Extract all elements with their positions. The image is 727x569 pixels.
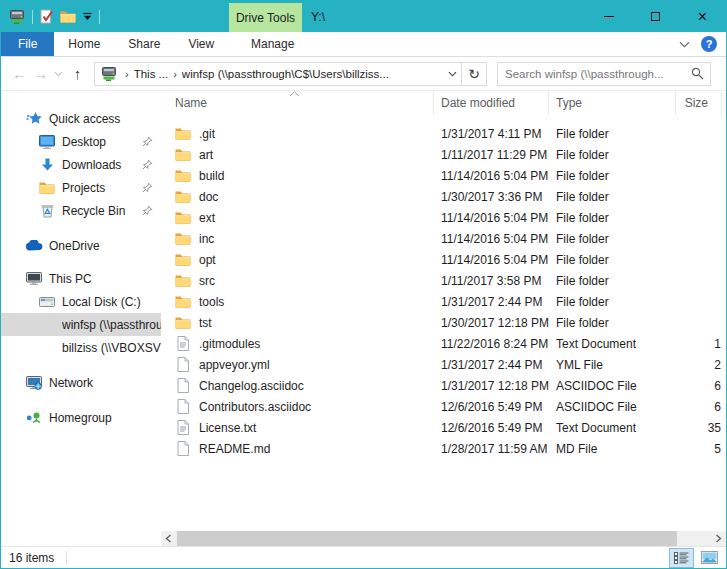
- file-row-gitmodules[interactable]: .gitmodules11/22/2016 8:24 PMText Docume…: [161, 333, 726, 354]
- file-list-area: NameDate modifiedTypeSize .git1/31/2017 …: [161, 91, 726, 546]
- sidebar-item-label: Recycle Bin: [62, 204, 142, 218]
- file-date-cell: 1/28/2017 11:59 AM: [434, 442, 549, 456]
- file-date-cell: 1/31/2017 2:44 PM: [434, 295, 549, 309]
- file-name-label: art: [199, 148, 213, 162]
- breadcrumb-segment[interactable]: This ...: [134, 68, 169, 80]
- sidebar-item-downloads[interactable]: Downloads: [1, 153, 161, 176]
- file-row-build[interactable]: build11/14/2016 5:04 PMFile folder: [161, 165, 726, 186]
- sidebar-item-network[interactable]: Network: [1, 371, 161, 394]
- sidebar-item-winfsp-passthrou[interactable]: winfsp (\\passthrou: [1, 313, 161, 336]
- titlebar: Drive Tools Y:\ ×: [1, 1, 726, 32]
- file-size-cell: 1: [676, 337, 724, 351]
- pin-icon: [142, 159, 161, 170]
- column-header-date-modified[interactable]: Date modified: [434, 91, 549, 115]
- qat-customize-menu-icon[interactable]: [83, 12, 92, 21]
- file-size-cell: 35: [676, 421, 724, 435]
- breadcrumb-chevron-icon[interactable]: ›: [120, 68, 134, 80]
- file-row-git[interactable]: .git1/31/2017 4:11 PMFile folder: [161, 123, 726, 144]
- sidebar-item-label: billziss (\\VBOXSVR): [62, 341, 161, 355]
- file-row-changelog-asciidoc[interactable]: Changelog.asciidoc1/31/2017 12:18 PMASCI…: [161, 375, 726, 396]
- file-row-src[interactable]: src1/11/2017 3:58 PMFile folder: [161, 270, 726, 291]
- help-icon[interactable]: ?: [701, 36, 717, 52]
- up-button[interactable]: ↑: [66, 65, 89, 82]
- file-row-inc[interactable]: inc11/14/2016 5:04 PMFile folder: [161, 228, 726, 249]
- drive-tools-context-tab[interactable]: Drive Tools: [229, 3, 302, 32]
- maximize-button[interactable]: [632, 1, 679, 32]
- sidebar-item-billziss-vboxsvr[interactable]: billziss (\\VBOXSVR): [1, 336, 161, 359]
- file-name-label: appveyor.yml: [199, 358, 270, 372]
- file-type-cell: File folder: [549, 274, 676, 288]
- close-icon: ×: [698, 9, 707, 25]
- back-button[interactable]: ←: [9, 65, 30, 82]
- file-blank-icon: [175, 399, 191, 414]
- column-header-name[interactable]: Name: [161, 91, 434, 115]
- sidebar-item-quick-access[interactable]: Quick access: [1, 107, 161, 130]
- search-box: [497, 62, 711, 86]
- sidebar-item-projects[interactable]: Projects: [1, 176, 161, 199]
- file-row-readme-md[interactable]: README.md1/28/2017 11:59 AMMD File5: [161, 438, 726, 459]
- tab-home[interactable]: Home: [54, 32, 114, 56]
- refresh-icon[interactable]: ↻: [461, 63, 486, 85]
- scroll-left-arrow[interactable]: [161, 531, 176, 546]
- file-type-cell: File folder: [549, 190, 676, 204]
- column-header-type[interactable]: Type: [549, 91, 676, 115]
- tab-view[interactable]: View: [174, 32, 228, 56]
- file-name-label: tools: [199, 295, 224, 309]
- file-name-label: README.md: [199, 442, 270, 456]
- pin-icon: [142, 205, 161, 216]
- forward-button[interactable]: →: [30, 65, 51, 82]
- sidebar-item-desktop[interactable]: Desktop: [1, 130, 161, 153]
- file-row-opt[interactable]: opt11/14/2016 5:04 PMFile folder: [161, 249, 726, 270]
- titlebar-separator: [99, 10, 100, 24]
- file-name-label: build: [199, 169, 224, 183]
- breadcrumb-chevron-icon[interactable]: ›: [168, 68, 182, 80]
- file-row-doc[interactable]: doc1/30/2017 3:36 PMFile folder: [161, 186, 726, 207]
- recent-locations-chevron[interactable]: [51, 71, 66, 77]
- file-row-license-txt[interactable]: License.txt12/6/2016 5:49 PMText Documen…: [161, 417, 726, 438]
- file-row-art[interactable]: art1/11/2017 11:29 PMFile folder: [161, 144, 726, 165]
- search-input[interactable]: [498, 68, 684, 80]
- file-row-contributors-asciidoc[interactable]: Contributors.asciidoc12/6/2016 5:49 PMAS…: [161, 396, 726, 417]
- file-type-cell: File folder: [549, 211, 676, 225]
- scrollbar-thumb[interactable]: [177, 531, 677, 546]
- tab-file[interactable]: File: [1, 32, 54, 56]
- file-row-ext[interactable]: ext11/14/2016 5:04 PMFile folder: [161, 207, 726, 228]
- file-row-tools[interactable]: tools1/31/2017 2:44 PMFile folder: [161, 291, 726, 312]
- tab-manage[interactable]: Manage: [236, 32, 309, 56]
- file-row-appveyor-yml[interactable]: appveyor.yml1/31/2017 2:44 PMYML File2: [161, 354, 726, 375]
- file-name-cell: tools: [161, 295, 434, 309]
- sidebar-item-homegroup[interactable]: Homegroup: [1, 406, 161, 429]
- new-folder-icon[interactable]: [60, 10, 76, 23]
- sidebar-item-this-pc[interactable]: This PC: [1, 267, 161, 290]
- file-blank-icon: [175, 357, 191, 372]
- minimize-button[interactable]: [585, 1, 632, 32]
- file-text-icon: [175, 336, 191, 351]
- thumbnail-view-button[interactable]: [697, 548, 722, 568]
- folder-icon: [175, 148, 191, 161]
- file-name-cell: build: [161, 169, 434, 183]
- quick-access-icon: [25, 111, 43, 126]
- search-icon[interactable]: [684, 67, 710, 80]
- address-dropdown-chevron-icon[interactable]: [443, 71, 461, 77]
- address-bar[interactable]: ›This ...›winfsp (\\passthrough\C$\Users…: [94, 62, 487, 86]
- folder-icon: [175, 169, 191, 182]
- close-button[interactable]: ×: [679, 1, 726, 32]
- breadcrumb-segment[interactable]: winfsp (\\passthrough\C$\Users\billziss.…: [182, 68, 443, 80]
- column-header-size[interactable]: Size: [676, 91, 722, 115]
- sidebar-item-local-disk-c[interactable]: Local Disk (C:): [1, 290, 161, 313]
- file-type-cell: ASCIIDOC File: [549, 400, 676, 414]
- file-row-tst[interactable]: tst1/30/2017 12:18 PMFile folder: [161, 312, 726, 333]
- details-view-button[interactable]: [669, 548, 694, 568]
- sidebar-item-label: Quick access: [49, 112, 161, 126]
- sidebar-item-recycle-bin[interactable]: Recycle Bin: [1, 199, 161, 222]
- location-icon[interactable]: [95, 66, 120, 82]
- sort-ascending-icon: [289, 91, 300, 97]
- scroll-right-arrow[interactable]: [711, 531, 726, 546]
- sidebar-item-onedrive[interactable]: OneDrive: [1, 234, 161, 257]
- file-text-icon: [175, 420, 191, 435]
- file-name-cell: ext: [161, 211, 434, 225]
- tab-share[interactable]: Share: [114, 32, 174, 56]
- file-name-cell: README.md: [161, 441, 434, 456]
- properties-icon[interactable]: [40, 9, 53, 24]
- collapse-ribbon-chevron-icon[interactable]: [679, 41, 690, 48]
